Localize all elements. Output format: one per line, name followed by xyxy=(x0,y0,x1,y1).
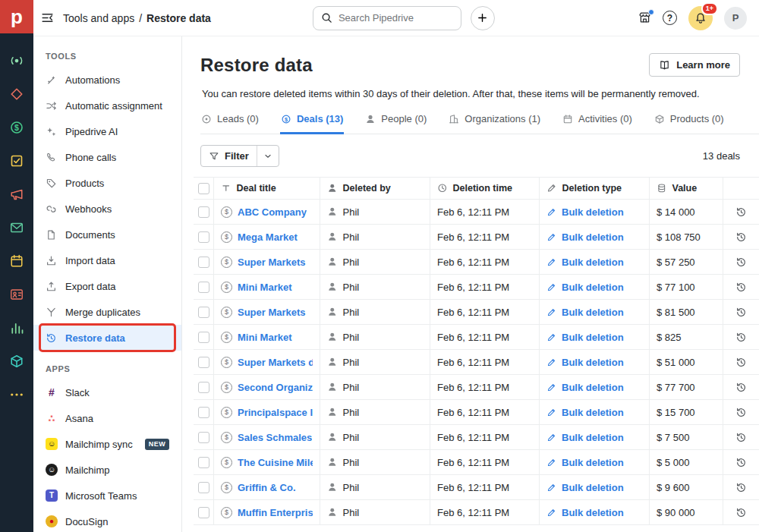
sidebar-item-automations[interactable]: Automations xyxy=(33,67,181,93)
row-checkbox[interactable] xyxy=(198,482,209,493)
contacts-nav-icon[interactable] xyxy=(9,287,24,302)
sidebar-item-mailchimp-sync[interactable]: ☺Mailchimp syncNEW xyxy=(33,431,181,457)
sidebar-item-automatic-assignment[interactable]: Automatic assignment xyxy=(33,93,181,118)
column-header-deletion-time[interactable]: Deletion time xyxy=(430,178,539,199)
row-checkbox[interactable] xyxy=(198,457,209,468)
deal-title-link[interactable]: Super Markets xyxy=(238,257,306,268)
restore-icon[interactable] xyxy=(735,432,747,443)
deletion-type-link[interactable]: Bulk deletion xyxy=(562,357,624,368)
deal-title-link[interactable]: Griffin & Co. xyxy=(238,482,296,493)
deal-title-link[interactable]: Mini Market xyxy=(238,282,292,293)
row-checkbox[interactable] xyxy=(198,282,209,293)
sidebar-item-asana[interactable]: ∴Asana xyxy=(33,405,181,431)
sidebar-item-slack[interactable]: #Slack xyxy=(33,379,181,405)
column-header-deletion-type[interactable]: Deletion type xyxy=(539,178,649,199)
deal-title-link[interactable]: ABC Company xyxy=(238,206,307,218)
deal-title-link[interactable]: Super Markets xyxy=(238,307,306,318)
restore-icon[interactable] xyxy=(735,382,747,393)
row-checkbox[interactable] xyxy=(198,257,209,268)
restore-icon[interactable] xyxy=(735,257,747,268)
filter-button[interactable]: Filter xyxy=(200,145,279,167)
row-checkbox[interactable] xyxy=(198,432,209,443)
deletion-type-link[interactable]: Bulk deletion xyxy=(562,231,624,243)
deletion-type-link[interactable]: Bulk deletion xyxy=(562,282,624,293)
leads-nav-icon[interactable] xyxy=(9,53,24,68)
row-checkbox[interactable] xyxy=(198,507,209,518)
deal-title-link[interactable]: The Cuisine Mile xyxy=(238,457,313,468)
sidebar-item-products[interactable]: Products xyxy=(33,170,181,196)
restore-icon[interactable] xyxy=(735,482,747,493)
deletion-type-link[interactable]: Bulk deletion xyxy=(562,432,624,443)
avatar[interactable]: P xyxy=(724,7,747,30)
deal-title-link[interactable]: Principalspace Inc xyxy=(238,407,313,418)
row-checkbox[interactable] xyxy=(198,183,209,194)
chevron-down-icon[interactable] xyxy=(257,146,279,166)
collapse-sidebar-icon[interactable] xyxy=(41,11,54,24)
sidebar-item-merge-duplicates[interactable]: Merge duplicates xyxy=(33,299,181,325)
deletion-type-link[interactable]: Bulk deletion xyxy=(562,307,624,318)
deletion-type-link[interactable]: Bulk deletion xyxy=(562,457,624,468)
row-checkbox[interactable] xyxy=(198,382,209,393)
campaigns-nav-icon[interactable] xyxy=(9,187,24,202)
sidebar-item-import-data[interactable]: Import data xyxy=(33,247,181,273)
deal-title-link[interactable]: Mini Market xyxy=(238,332,292,343)
global-search[interactable] xyxy=(313,6,461,30)
deletion-type-link[interactable]: Bulk deletion xyxy=(562,507,624,518)
restore-icon[interactable] xyxy=(735,332,747,343)
activities-nav-icon[interactable] xyxy=(9,253,24,269)
notifications-button[interactable]: 1+ xyxy=(688,6,713,30)
deletion-type-link[interactable]: Bulk deletion xyxy=(562,206,624,218)
deletion-type-link[interactable]: Bulk deletion xyxy=(562,482,624,493)
tab-products[interactable]: Products (0) xyxy=(653,113,725,134)
deal-title-link[interactable]: Mega Market xyxy=(238,231,298,243)
deletion-type-link[interactable]: Bulk deletion xyxy=(562,332,624,343)
restore-icon[interactable] xyxy=(735,407,747,418)
mail-nav-icon[interactable] xyxy=(9,220,24,235)
sidebar-item-webhooks[interactable]: Webhooks xyxy=(33,196,181,222)
sidebar-item-mailchimp[interactable]: ☺Mailchimp xyxy=(33,457,181,483)
forecast-nav-icon[interactable]: $ xyxy=(9,120,24,135)
deal-title-link[interactable]: Second Organization xyxy=(238,382,313,393)
restore-icon[interactable] xyxy=(735,282,747,293)
tab-activities[interactable]: Activities (0) xyxy=(562,113,633,134)
restore-icon[interactable] xyxy=(735,507,747,518)
sidebar-item-pipedrive-ai[interactable]: Pipedrive AI xyxy=(33,118,181,144)
help-icon[interactable]: ? xyxy=(663,11,677,25)
row-checkbox[interactable] xyxy=(198,332,209,343)
restore-icon[interactable] xyxy=(735,206,747,218)
deal-title-link[interactable]: Muffin Enterprises L xyxy=(238,507,313,518)
restore-icon[interactable] xyxy=(735,231,747,243)
sidebar-item-documents[interactable]: Documents xyxy=(33,222,181,247)
restore-icon[interactable] xyxy=(735,357,747,368)
quick-add-button[interactable] xyxy=(471,6,495,30)
tab-organizations[interactable]: Organizations (1) xyxy=(448,113,541,134)
column-header-deal-title[interactable]: Deal title xyxy=(213,178,320,199)
row-checkbox[interactable] xyxy=(198,307,209,318)
row-checkbox[interactable] xyxy=(198,357,209,368)
deals-nav-icon[interactable] xyxy=(9,87,24,102)
products-nav-icon[interactable] xyxy=(9,354,24,369)
projects-nav-icon[interactable] xyxy=(9,153,24,168)
column-header-deleted-by[interactable]: Deleted by xyxy=(320,178,430,199)
sidebar-item-docusign[interactable]: ●DocuSign xyxy=(33,508,181,532)
deletion-type-link[interactable]: Bulk deletion xyxy=(562,257,624,268)
row-checkbox[interactable] xyxy=(198,206,209,218)
tab-leads[interactable]: Leads (0) xyxy=(200,113,260,134)
restore-icon[interactable] xyxy=(735,307,747,318)
deal-title-link[interactable]: Sales Schmales xyxy=(238,432,312,443)
sidebar-item-export-data[interactable]: Export data xyxy=(33,273,181,299)
sidebar-item-microsoft-teams[interactable]: TMicrosoft Teams xyxy=(33,483,181,508)
restore-icon[interactable] xyxy=(735,457,747,468)
sidebar-item-phone-calls[interactable]: Phone calls xyxy=(33,144,181,170)
tab-people[interactable]: People (0) xyxy=(364,113,427,134)
row-checkbox[interactable] xyxy=(198,231,209,243)
sidebar-item-restore-data[interactable]: Restore data xyxy=(33,325,181,351)
deletion-type-link[interactable]: Bulk deletion xyxy=(562,407,624,418)
breadcrumb-section[interactable]: Tools and apps xyxy=(63,12,134,24)
row-checkbox[interactable] xyxy=(198,407,209,418)
deletion-type-link[interactable]: Bulk deletion xyxy=(562,382,624,393)
learn-more-button[interactable]: Learn more xyxy=(649,53,740,77)
insights-nav-icon[interactable] xyxy=(9,320,24,335)
pipedrive-logo[interactable]: p xyxy=(0,0,33,33)
search-input[interactable] xyxy=(339,12,453,24)
